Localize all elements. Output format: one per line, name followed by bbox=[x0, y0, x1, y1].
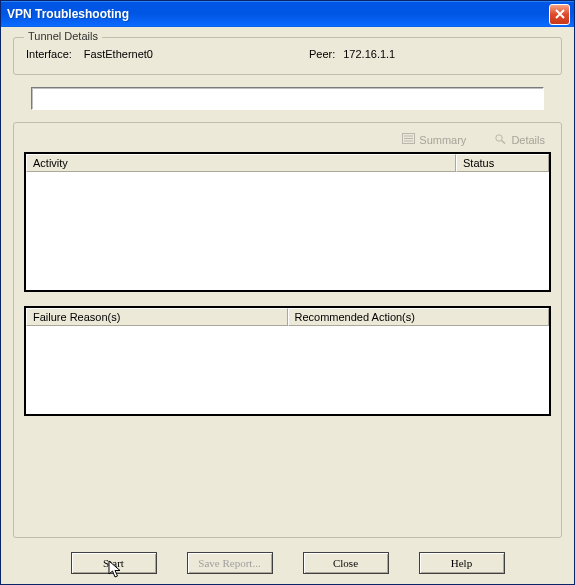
failure-table-header: Failure Reason(s) Recommended Action(s) bbox=[26, 308, 549, 326]
svg-point-4 bbox=[496, 135, 502, 141]
details-tab-label: Details bbox=[511, 134, 545, 146]
col-failure-reason[interactable]: Failure Reason(s) bbox=[26, 308, 288, 326]
activity-table-body bbox=[26, 172, 549, 290]
interface-label: Interface: bbox=[26, 48, 72, 60]
vpn-troubleshooting-window: VPN Troubleshooting Tunnel Details Inter… bbox=[0, 0, 575, 585]
activity-table: Activity Status bbox=[24, 152, 551, 292]
summary-tab[interactable]: Summary bbox=[402, 133, 466, 146]
close-button[interactable]: Close bbox=[303, 552, 389, 574]
peer-label: Peer: bbox=[309, 48, 335, 60]
details-icon bbox=[494, 133, 507, 146]
filter-input[interactable] bbox=[31, 87, 544, 110]
col-recommended-action[interactable]: Recommended Action(s) bbox=[288, 308, 550, 326]
results-panel: Summary Details Activity Status bbox=[13, 122, 562, 538]
summary-icon bbox=[402, 133, 415, 146]
tunnel-details-legend: Tunnel Details bbox=[24, 30, 102, 42]
titlebar[interactable]: VPN Troubleshooting bbox=[1, 1, 574, 27]
start-button[interactable]: Start bbox=[71, 552, 157, 574]
peer-value: 172.16.1.1 bbox=[343, 48, 395, 60]
interface-value: FastEthernet0 bbox=[84, 48, 153, 60]
help-button[interactable]: Help bbox=[419, 552, 505, 574]
summary-tab-label: Summary bbox=[419, 134, 466, 146]
view-tabs: Summary Details bbox=[24, 133, 551, 152]
failure-table: Failure Reason(s) Recommended Action(s) bbox=[24, 306, 551, 416]
window-title: VPN Troubleshooting bbox=[7, 7, 549, 21]
button-bar: Start Save Report... Close Help bbox=[7, 552, 568, 574]
save-report-button[interactable]: Save Report... bbox=[187, 552, 273, 574]
client-area: Tunnel Details Interface: FastEthernet0 … bbox=[1, 27, 574, 584]
col-status[interactable]: Status bbox=[456, 154, 549, 172]
failure-table-body bbox=[26, 326, 549, 414]
close-icon[interactable] bbox=[549, 4, 570, 25]
activity-table-header: Activity Status bbox=[26, 154, 549, 172]
col-activity[interactable]: Activity bbox=[26, 154, 456, 172]
tunnel-details-group: Tunnel Details Interface: FastEthernet0 … bbox=[13, 37, 562, 75]
details-tab[interactable]: Details bbox=[494, 133, 545, 146]
svg-line-5 bbox=[502, 141, 506, 144]
